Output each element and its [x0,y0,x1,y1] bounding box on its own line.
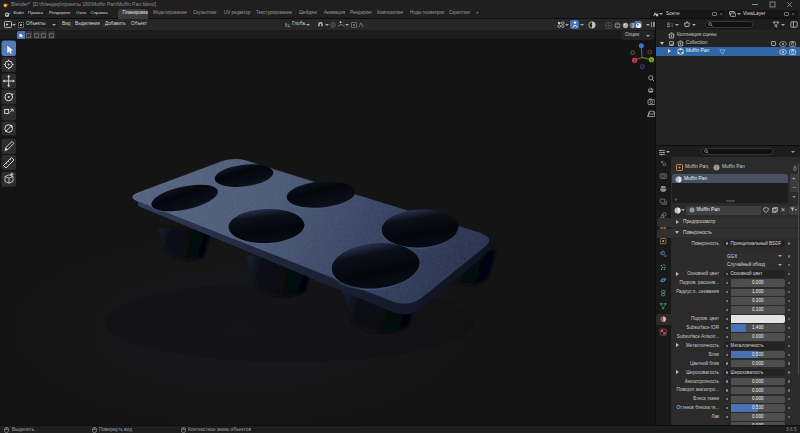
svg-text:Y: Y [650,58,653,63]
svg-text:X: X [633,58,636,63]
